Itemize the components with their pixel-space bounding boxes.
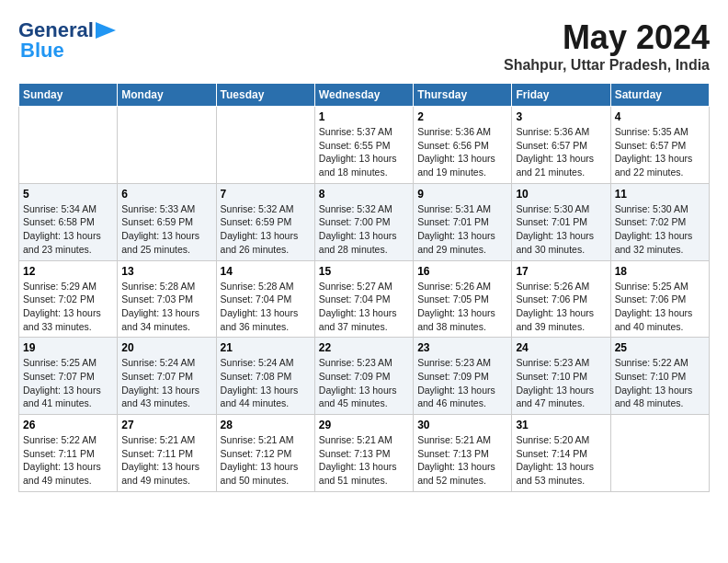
day-info: Sunrise: 5:35 AM Sunset: 6:57 PM Dayligh…	[615, 125, 705, 179]
day-number: 24	[516, 341, 606, 354]
calendar-week-row: 1Sunrise: 5:37 AM Sunset: 6:55 PM Daylig…	[19, 107, 710, 184]
day-info: Sunrise: 5:27 AM Sunset: 7:04 PM Dayligh…	[319, 280, 409, 334]
calendar-cell: 30Sunrise: 5:21 AM Sunset: 7:13 PM Dayli…	[414, 415, 512, 492]
day-number: 1	[319, 110, 409, 123]
calendar-cell: 11Sunrise: 5:30 AM Sunset: 7:02 PM Dayli…	[610, 183, 709, 260]
day-info: Sunrise: 5:22 AM Sunset: 7:11 PM Dayligh…	[23, 433, 113, 488]
day-info: Sunrise: 5:24 AM Sunset: 7:07 PM Dayligh…	[121, 356, 211, 410]
calendar-cell: 27Sunrise: 5:21 AM Sunset: 7:11 PM Dayli…	[118, 415, 216, 492]
calendar-cell: 17Sunrise: 5:26 AM Sunset: 7:06 PM Dayli…	[512, 260, 610, 338]
logo-arrow-icon	[96, 22, 116, 39]
calendar-cell: 26Sunrise: 5:22 AM Sunset: 7:11 PM Dayli…	[19, 415, 118, 492]
calendar-cell: 6Sunrise: 5:33 AM Sunset: 6:59 PM Daylig…	[118, 183, 216, 260]
day-info: Sunrise: 5:26 AM Sunset: 7:05 PM Dayligh…	[417, 280, 507, 334]
day-info: Sunrise: 5:21 AM Sunset: 7:12 PM Dayligh…	[221, 433, 311, 488]
day-info: Sunrise: 5:36 AM Sunset: 6:56 PM Dayligh…	[417, 125, 507, 179]
calendar-cell: 24Sunrise: 5:23 AM Sunset: 7:10 PM Dayli…	[512, 338, 610, 415]
calendar-cell: 20Sunrise: 5:24 AM Sunset: 7:07 PM Dayli…	[118, 338, 216, 415]
calendar-cell: 5Sunrise: 5:34 AM Sunset: 6:58 PM Daylig…	[19, 183, 118, 260]
calendar-cell: 2Sunrise: 5:36 AM Sunset: 6:56 PM Daylig…	[414, 107, 512, 184]
calendar-cell: 19Sunrise: 5:25 AM Sunset: 7:07 PM Dayli…	[19, 338, 118, 415]
calendar-header-row: SundayMondayTuesdayWednesdayThursdayFrid…	[19, 84, 710, 107]
day-info: Sunrise: 5:29 AM Sunset: 7:02 PM Dayligh…	[23, 280, 113, 334]
calendar-cell	[19, 107, 118, 184]
title-section: May 2024 Shahpur, Uttar Pradesh, India	[504, 18, 710, 74]
day-number: 14	[221, 265, 311, 278]
calendar-cell	[216, 107, 314, 184]
day-number: 15	[319, 265, 409, 278]
day-info: Sunrise: 5:34 AM Sunset: 6:58 PM Dayligh…	[23, 202, 113, 257]
calendar-cell: 25Sunrise: 5:22 AM Sunset: 7:10 PM Dayli…	[610, 338, 709, 415]
day-number: 25	[615, 341, 705, 354]
calendar-cell: 28Sunrise: 5:21 AM Sunset: 7:12 PM Dayli…	[216, 415, 314, 492]
day-info: Sunrise: 5:30 AM Sunset: 7:01 PM Dayligh…	[516, 202, 606, 257]
day-info: Sunrise: 5:20 AM Sunset: 7:14 PM Dayligh…	[516, 433, 606, 488]
day-info: Sunrise: 5:23 AM Sunset: 7:09 PM Dayligh…	[417, 356, 507, 410]
calendar-cell	[118, 107, 216, 184]
day-number: 28	[221, 419, 311, 431]
calendar-cell: 4Sunrise: 5:35 AM Sunset: 6:57 PM Daylig…	[610, 107, 709, 184]
header-tuesday: Tuesday	[216, 84, 314, 107]
calendar-cell: 7Sunrise: 5:32 AM Sunset: 6:59 PM Daylig…	[216, 183, 314, 260]
day-info: Sunrise: 5:30 AM Sunset: 7:02 PM Dayligh…	[615, 202, 705, 257]
day-number: 7	[221, 188, 311, 201]
day-number: 22	[319, 341, 409, 354]
calendar-cell: 14Sunrise: 5:28 AM Sunset: 7:04 PM Dayli…	[216, 260, 314, 338]
day-info: Sunrise: 5:25 AM Sunset: 7:06 PM Dayligh…	[615, 280, 705, 334]
day-number: 3	[516, 110, 606, 123]
calendar-cell: 23Sunrise: 5:23 AM Sunset: 7:09 PM Dayli…	[414, 338, 512, 415]
location-label: Shahpur, Uttar Pradesh, India	[504, 57, 710, 74]
day-info: Sunrise: 5:32 AM Sunset: 7:00 PM Dayligh…	[319, 202, 409, 257]
calendar-week-row: 12Sunrise: 5:29 AM Sunset: 7:02 PM Dayli…	[19, 260, 710, 338]
day-info: Sunrise: 5:28 AM Sunset: 7:04 PM Dayligh…	[221, 280, 311, 334]
calendar-cell: 8Sunrise: 5:32 AM Sunset: 7:00 PM Daylig…	[314, 183, 413, 260]
logo: General Blue	[18, 18, 116, 63]
calendar-cell: 22Sunrise: 5:23 AM Sunset: 7:09 PM Dayli…	[314, 338, 413, 415]
day-info: Sunrise: 5:25 AM Sunset: 7:07 PM Dayligh…	[23, 356, 113, 410]
day-number: 26	[23, 419, 113, 431]
day-number: 19	[23, 341, 113, 354]
header-friday: Friday	[512, 84, 610, 107]
day-info: Sunrise: 5:33 AM Sunset: 6:59 PM Dayligh…	[121, 202, 211, 257]
day-number: 31	[516, 419, 606, 431]
calendar-cell: 1Sunrise: 5:37 AM Sunset: 6:55 PM Daylig…	[314, 107, 413, 184]
calendar-cell: 15Sunrise: 5:27 AM Sunset: 7:04 PM Dayli…	[314, 260, 413, 338]
logo-text-blue: Blue	[20, 39, 64, 63]
day-number: 9	[417, 188, 507, 201]
calendar-cell: 13Sunrise: 5:28 AM Sunset: 7:03 PM Dayli…	[118, 260, 216, 338]
day-info: Sunrise: 5:21 AM Sunset: 7:13 PM Dayligh…	[319, 433, 409, 488]
header-wednesday: Wednesday	[314, 84, 413, 107]
day-info: Sunrise: 5:31 AM Sunset: 7:01 PM Dayligh…	[417, 202, 507, 257]
calendar-cell: 12Sunrise: 5:29 AM Sunset: 7:02 PM Dayli…	[19, 260, 118, 338]
day-number: 21	[221, 341, 311, 354]
header-saturday: Saturday	[610, 84, 709, 107]
day-number: 30	[417, 419, 507, 431]
day-number: 13	[121, 265, 211, 278]
day-number: 12	[23, 265, 113, 278]
day-number: 2	[417, 110, 507, 123]
calendar-cell	[610, 415, 709, 492]
day-number: 23	[417, 341, 507, 354]
day-number: 4	[615, 110, 705, 123]
day-number: 20	[121, 341, 211, 354]
day-info: Sunrise: 5:21 AM Sunset: 7:11 PM Dayligh…	[121, 433, 211, 488]
day-number: 5	[23, 188, 113, 201]
calendar-table: SundayMondayTuesdayWednesdayThursdayFrid…	[18, 83, 710, 492]
header-sunday: Sunday	[19, 84, 118, 107]
calendar-cell: 29Sunrise: 5:21 AM Sunset: 7:13 PM Dayli…	[314, 415, 413, 492]
day-info: Sunrise: 5:22 AM Sunset: 7:10 PM Dayligh…	[615, 356, 705, 410]
day-info: Sunrise: 5:24 AM Sunset: 7:08 PM Dayligh…	[221, 356, 311, 410]
day-number: 16	[417, 265, 507, 278]
header-monday: Monday	[118, 84, 216, 107]
day-number: 11	[615, 188, 705, 201]
calendar-week-row: 19Sunrise: 5:25 AM Sunset: 7:07 PM Dayli…	[19, 338, 710, 415]
calendar-cell: 16Sunrise: 5:26 AM Sunset: 7:05 PM Dayli…	[414, 260, 512, 338]
day-number: 27	[121, 419, 211, 431]
day-number: 29	[319, 419, 409, 431]
day-info: Sunrise: 5:23 AM Sunset: 7:10 PM Dayligh…	[516, 356, 606, 410]
page-header: General Blue May 2024 Shahpur, Uttar Pra…	[18, 18, 710, 74]
calendar-cell: 3Sunrise: 5:36 AM Sunset: 6:57 PM Daylig…	[512, 107, 610, 184]
header-thursday: Thursday	[414, 84, 512, 107]
calendar-week-row: 26Sunrise: 5:22 AM Sunset: 7:11 PM Dayli…	[19, 415, 710, 492]
svg-marker-0	[96, 22, 116, 39]
